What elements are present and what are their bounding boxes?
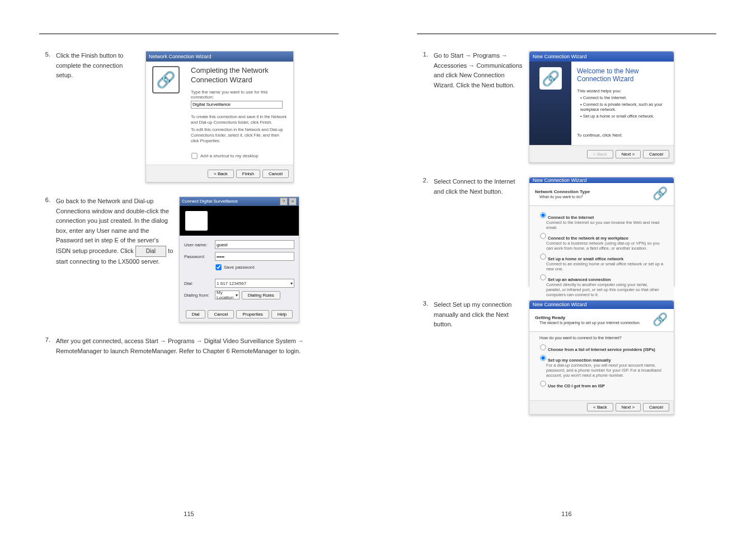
dial-button[interactable]: Dial bbox=[186, 310, 206, 318]
ss3-bullet3: • Set up a home or small office network. bbox=[580, 114, 668, 119]
network-icon: 🔗 bbox=[539, 67, 562, 90]
ss5-header: Getting Ready The wizard is preparing to… bbox=[529, 309, 674, 332]
username-input[interactable] bbox=[215, 240, 294, 249]
opt2-title: Connect to the network at my workplace bbox=[548, 236, 628, 241]
cancel-button[interactable]: Cancel bbox=[643, 150, 669, 158]
ss1-footer: < Back Finish Cancel bbox=[146, 165, 293, 182]
ss2-window-controls: ? × bbox=[280, 198, 297, 205]
back-button[interactable]: < Back bbox=[587, 403, 613, 411]
ss4-titlebar: New Connection Wizard bbox=[529, 177, 674, 183]
ss4-header-title: Network Connection Type bbox=[535, 189, 590, 194]
radio-home-network[interactable] bbox=[540, 254, 546, 259]
step2-number: 2. bbox=[417, 177, 434, 286]
from-dropdown[interactable]: My Location ▾ bbox=[215, 291, 240, 299]
opt3-desc: Connect to an existing home or small off… bbox=[546, 261, 664, 271]
opt1-desc: Connect to the Internet so you can brows… bbox=[546, 220, 664, 230]
dial-label: Dial: bbox=[184, 281, 215, 286]
opt3-title: Use the CD I got from an ISP bbox=[548, 383, 605, 388]
ss3-continue: To continue, click Next. bbox=[577, 133, 668, 138]
dialing-rules-button[interactable]: Dialing Rules bbox=[242, 291, 280, 299]
connection-name-input[interactable] bbox=[191, 101, 283, 109]
step6-text: Go back to the Network and Dial-up Conne… bbox=[56, 196, 173, 322]
ss3-main: Welcome to the New Connection Wizard Thi… bbox=[571, 62, 674, 145]
dial-button-inline[interactable]: Dial bbox=[135, 246, 166, 257]
ss2-title: Connect Digital Surveillance bbox=[182, 199, 238, 204]
step-6: 6. Go back to the Network and Dial-up Co… bbox=[39, 196, 339, 322]
step2-text: Select Connect to the Internet and click… bbox=[434, 177, 523, 286]
dial-dropdown[interactable]: 1 817 1234567 ▾ bbox=[215, 279, 294, 288]
shortcut-label: Add a shortcut to my desktop bbox=[200, 153, 259, 158]
ss4-header: Network Connection Type What do you want… bbox=[529, 183, 674, 206]
network-icon: 🔗 bbox=[652, 312, 668, 328]
password-input[interactable] bbox=[215, 252, 294, 261]
ss3-heading: Welcome to the New Connection Wizard bbox=[577, 67, 668, 83]
shortcut-checkbox[interactable] bbox=[191, 153, 197, 158]
step3-text: Select Set up my connection manually and… bbox=[434, 300, 523, 415]
password-row: Password: bbox=[184, 252, 294, 261]
next-button[interactable]: Next > bbox=[616, 150, 641, 158]
opt2-title: Set up my connection manually bbox=[548, 358, 611, 363]
step-7: 7. After you get connected, access Start… bbox=[39, 336, 339, 356]
radio-isp-list[interactable] bbox=[540, 344, 546, 350]
ss2-body: User name: Password: Save password Dial:… bbox=[180, 236, 299, 307]
ss5-header-sub: The wizard is preparing to set up your I… bbox=[539, 321, 641, 325]
step-5: 5. Click the Finish button to complete t… bbox=[39, 51, 339, 182]
cancel-button[interactable]: Cancel bbox=[208, 310, 234, 318]
ss3-sidebar: 🔗 bbox=[529, 62, 571, 145]
step7-number: 7. bbox=[39, 336, 56, 356]
opt-manual[interactable]: Set up my connection manually For a dial… bbox=[539, 354, 664, 378]
from-value: My Location bbox=[217, 290, 236, 300]
from-row: Dialing from: My Location ▾ Dialing Rule… bbox=[184, 291, 294, 299]
screenshot-welcome-wizard: New Connection Wizard 🔗 Welcome to the N… bbox=[529, 51, 674, 163]
opt-isp-list[interactable]: Choose from a list of Internet service p… bbox=[539, 344, 664, 352]
cancel-button[interactable]: Cancel bbox=[262, 170, 289, 178]
radio-cd[interactable] bbox=[540, 381, 546, 386]
opt-workplace[interactable]: Connect to the network at my workplace C… bbox=[539, 232, 664, 251]
next-button[interactable]: Next > bbox=[616, 403, 641, 411]
ss1-shortcut-row: Add a shortcut to my desktop bbox=[191, 152, 288, 160]
opt-connect-internet[interactable]: Connect to the Internet Connect to the I… bbox=[539, 212, 664, 230]
opt-cd[interactable]: Use the CD I got from an ISP bbox=[539, 380, 664, 388]
radio-workplace[interactable] bbox=[540, 233, 546, 238]
opt-home-network[interactable]: Set up a home or small office network Co… bbox=[539, 253, 664, 271]
opt1-title: Choose from a list of Internet service p… bbox=[548, 347, 655, 352]
ss1-titlebar: Network Connection Wizard bbox=[146, 51, 293, 62]
ss5-body: How do you want to connect to the Intern… bbox=[529, 332, 674, 400]
back-button[interactable]: < Back bbox=[208, 170, 234, 178]
opt3-title: Set up a home or small office network bbox=[548, 256, 623, 261]
ss5-footer: < Back Next > Cancel bbox=[529, 400, 674, 414]
ss3-body: 🔗 Welcome to the New Connection Wizard T… bbox=[529, 62, 674, 145]
step-1: 1. Go to Start → Programs → Accessories … bbox=[417, 51, 716, 163]
ss1-para2: To edit this connection in the Network a… bbox=[191, 127, 288, 143]
cancel-button[interactable]: Cancel bbox=[643, 403, 669, 411]
opt-advanced[interactable]: Set up an advanced connection Connect di… bbox=[539, 274, 664, 297]
password-label: Password: bbox=[184, 254, 215, 259]
chevron-down-icon: ▾ bbox=[236, 293, 238, 298]
screenshot-getting-ready: New Connection Wizard Getting Ready The … bbox=[529, 300, 674, 415]
network-icon: 🔗 bbox=[652, 186, 668, 202]
help-icon[interactable]: ? bbox=[280, 198, 288, 205]
ss5-header-title: Getting Ready bbox=[535, 315, 565, 320]
network-icon: 🔗 bbox=[152, 66, 180, 93]
screenshot-connection-type: New Connection Wizard Network Connection… bbox=[529, 177, 674, 286]
radio-advanced[interactable] bbox=[540, 274, 546, 280]
close-icon[interactable]: × bbox=[289, 198, 297, 205]
properties-button[interactable]: Properties bbox=[236, 310, 269, 318]
ss2-banner bbox=[180, 206, 299, 236]
radio-connect-internet[interactable] bbox=[540, 212, 546, 218]
dial-value: 1 817 1234567 bbox=[217, 281, 246, 286]
ss3-intro: This wizard helps you: bbox=[577, 88, 668, 93]
ss1-heading: Completing the Network Connection Wizard bbox=[191, 66, 288, 85]
dialup-icon bbox=[185, 211, 208, 231]
radio-manual[interactable] bbox=[540, 355, 546, 360]
save-password-checkbox[interactable] bbox=[215, 264, 221, 270]
left-page-number: 115 bbox=[0, 510, 378, 517]
ss5-titlebar: New Connection Wizard bbox=[529, 301, 674, 309]
page-right: 1. Go to Start → Programs → Accessories … bbox=[378, 0, 755, 534]
ss3-bullet1: • Connect to the Internet. bbox=[580, 95, 668, 100]
step-3: 3. Select Set up my connection manually … bbox=[417, 300, 716, 415]
username-row: User name: bbox=[184, 240, 294, 249]
save-password-row: Save password bbox=[215, 264, 294, 271]
help-button[interactable]: Help bbox=[271, 310, 293, 318]
finish-button[interactable]: Finish bbox=[236, 170, 260, 178]
